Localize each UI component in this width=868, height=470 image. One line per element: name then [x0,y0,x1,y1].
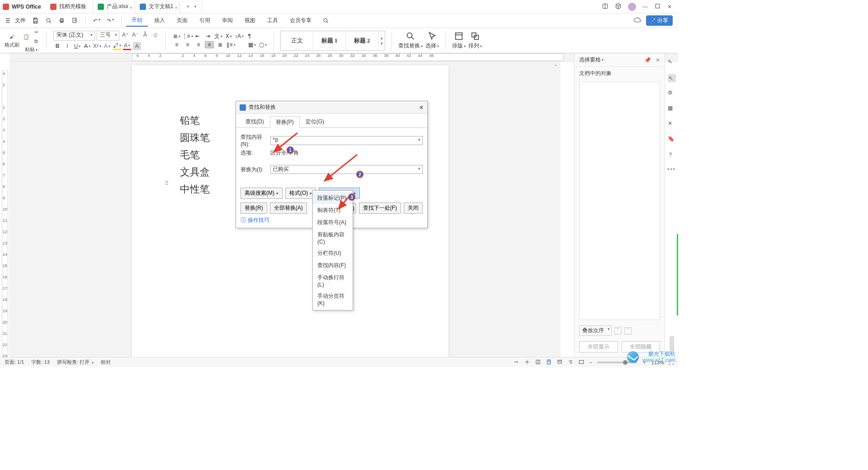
change-case-icon[interactable]: Ā [141,31,149,39]
reader-mode-icon[interactable] [602,3,609,11]
print-icon[interactable] [58,17,65,24]
menu-view[interactable]: 视图 [239,15,261,26]
tab-templates[interactable]: 找稻壳模板 [46,0,93,13]
italic-icon[interactable]: I [63,42,71,50]
menu-home[interactable]: 开始 [126,14,148,27]
move-up-icon[interactable]: ˄ [614,327,622,334]
tab-spreadsheet[interactable]: 产品.xlsx • [93,0,135,13]
web-view-icon[interactable] [557,359,563,366]
bookmark-strip-icon[interactable]: 🔖 [668,136,676,144]
export-icon[interactable] [71,17,78,24]
menu-tools[interactable]: 工具 [262,15,283,26]
advanced-search-button[interactable]: 高级搜索(M) [241,188,283,199]
menu-review[interactable]: 审阅 [217,15,238,26]
style-heading2[interactable]: 标题 2 [346,31,378,50]
align-justify-icon[interactable]: ≡ [205,41,214,48]
font-color-icon[interactable]: A▾ [123,42,131,50]
collapse-ruler-icon[interactable]: ˄ [554,64,557,70]
vertical-ruler[interactable]: 421234567891011121314151617181920212223 [0,61,10,357]
spellcheck-status[interactable]: 拼写检查: 打开 [57,359,90,365]
tab-close-icon[interactable]: • [130,5,133,8]
popup-item-tab[interactable]: 制表符(T) [313,204,353,216]
sort-icon[interactable]: ↕A▾ [235,33,244,40]
select-strip-icon[interactable]: ↖ [668,74,676,82]
fullscreen-icon[interactable] [578,359,585,366]
align-right-icon[interactable]: ≡ [194,41,203,48]
line-spacing-icon[interactable]: ‖≡▾ [226,41,236,48]
dialog-close-button[interactable]: 关闭 [404,202,423,214]
print-view-icon[interactable] [546,359,552,366]
outline-view-icon[interactable] [567,359,574,366]
save-icon[interactable] [32,17,39,24]
show-marks-icon[interactable]: ¶ [245,33,254,40]
pin-icon[interactable]: 📌 [644,57,651,63]
popup-item-find-content[interactable]: 查找内容(F) [313,259,353,272]
replace-button[interactable]: 替换(R) [241,202,267,214]
select-group[interactable]: 选择▾ [425,31,439,50]
show-all-button[interactable]: 全部显示 [579,341,618,352]
word-count[interactable]: 字数: 13 [31,359,49,366]
cut-icon[interactable]: ✂ [32,28,40,36]
dialog-close-icon[interactable]: ✕ [419,104,424,111]
cloud-icon[interactable] [633,16,642,25]
style-normal[interactable]: 正文 [281,31,313,50]
replace-input[interactable]: 已购买 [270,165,423,174]
popup-item-clipboard[interactable]: 剪贴板内容(C) [313,229,353,247]
clear-format-icon[interactable]: ◇ [151,31,159,39]
user-avatar-icon[interactable] [628,3,636,11]
settings-strip-icon[interactable]: ⚙ [668,89,676,98]
move-handle-icon[interactable]: ⠿ [165,180,169,187]
layout-group[interactable]: 排版▾ [452,31,466,50]
bold-icon[interactable]: B [53,42,61,50]
proofing-status[interactable]: 校对 [101,359,111,366]
print-preview-icon[interactable] [45,17,52,24]
align-center-icon[interactable]: ≡ [183,41,192,48]
text-effects-icon[interactable]: A▾ [103,42,111,50]
highlight-icon[interactable]: 🖍▾ [113,42,121,50]
increase-font-icon[interactable]: A⁺ [121,31,129,39]
find-input[interactable]: ^p [270,136,423,145]
bullet-list-icon[interactable]: ≣▾ [172,33,181,40]
focus-mode-icon[interactable] [524,359,530,366]
strikethrough-icon[interactable]: A̶▾ [83,42,91,50]
edit-strip-icon[interactable]: ✎ [668,59,676,67]
tools-strip-icon[interactable]: ✕ [668,120,676,128]
font-name-combo[interactable]: 宋体 (正文) [53,31,95,41]
asian-layout-icon[interactable]: Ⅹ▾ [224,33,233,40]
dialog-tab-goto[interactable]: 定位(G) [300,116,330,127]
font-size-combo[interactable]: 三号 [97,31,119,41]
document-content[interactable]: 铅笔 圆珠笔 毛笔 文具盒 中性笔 [180,112,210,198]
move-down-icon[interactable]: ˅ [624,327,632,334]
shading-icon[interactable]: ▦▾ [247,41,256,48]
redo-icon[interactable]: ↷▾ [107,18,114,24]
maximize-icon[interactable] [654,3,661,11]
style-gallery[interactable]: 正文 标题 1 标题 2 ▴▾ [280,31,385,51]
distribute-icon[interactable]: ≣ [216,41,225,48]
more-strip-icon[interactable]: ••• [667,166,676,173]
format-button[interactable]: 格式(O) [285,188,316,199]
dialog-titlebar[interactable]: 查找和替换 ✕ [236,101,427,114]
close-panel-icon[interactable]: ✕ [656,57,660,63]
style-strip-icon[interactable]: ▦ [668,105,676,113]
popup-item-paragraph-mark[interactable]: 段落标记(P) [313,192,353,204]
char-shading-icon[interactable]: A [133,42,141,50]
selection-pane-list[interactable] [579,82,660,320]
paste-group[interactable]: 📋 ✂ ⧉ 粘贴▾ [22,28,40,53]
undo-icon[interactable]: ↶▾ [93,18,100,24]
format-painter-group[interactable]: 🖌 格式刷 [5,33,19,48]
popup-item-manual-page-break[interactable]: 手动分页符(K) [313,290,353,309]
menu-insert[interactable]: 插入 [149,15,170,26]
decrease-font-icon[interactable]: A⁻ [131,31,139,39]
borders-icon[interactable]: ▢▾ [258,41,267,48]
read-view-icon[interactable] [535,359,541,366]
close-icon[interactable]: ✕ [667,4,672,10]
page-indicator[interactable]: 页面: 1/1 [5,359,24,366]
file-menu[interactable]: 文件 [15,17,26,24]
decrease-indent-icon[interactable]: ⇤ [193,33,202,40]
dialog-tab-replace[interactable]: 替换(P) [270,116,300,128]
help-strip-icon[interactable]: ？ [668,151,676,159]
arrange-group[interactable]: 排列▾ [468,31,482,50]
share-button[interactable]: ↗ 分享 [646,15,673,26]
superscript-icon[interactable]: X²▾ [93,42,101,50]
find-next-button[interactable]: 查找下一处(F) [359,202,401,214]
